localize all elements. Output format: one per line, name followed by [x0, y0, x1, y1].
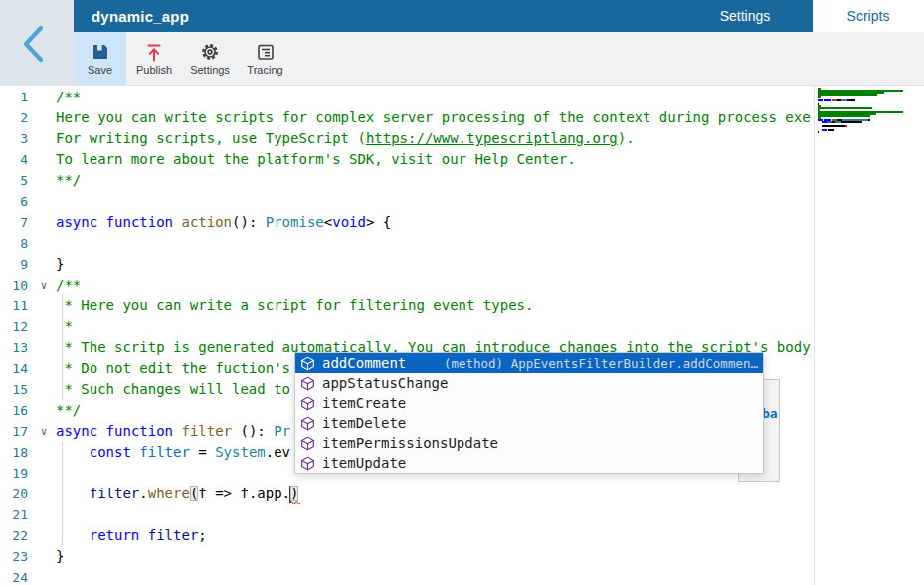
code-line[interactable]: For writing scripts, use TypeScript (htt… [56, 128, 635, 149]
bracket-match-highlight: ( [190, 486, 198, 501]
code-line[interactable]: * Here you can write a script for filter… [56, 295, 533, 316]
minimap-segment [818, 96, 821, 98]
code-line[interactable]: * [56, 316, 73, 337]
line-number[interactable]: 13 [0, 337, 28, 358]
suggest-item[interactable]: addComment(method) AppEventsFilterBuilde… [295, 353, 763, 373]
tab-scripts[interactable]: Scripts [813, 0, 924, 32]
code-token: < [324, 214, 332, 230]
code-token: ; [198, 527, 206, 543]
code-line[interactable]: } [56, 546, 64, 567]
settings-button-label: Settings [190, 64, 230, 76]
suggest-item[interactable]: itemPermissionsUpdate [295, 433, 763, 453]
code-token [97, 423, 105, 439]
line-number[interactable]: 17 [0, 421, 28, 442]
suggest-item[interactable]: appStatusChange [295, 373, 763, 393]
suggest-popup: addComment(method) AppEventsFilterBuilde… [294, 352, 764, 474]
line-number[interactable]: 11 [0, 295, 28, 316]
code-token: Pr [274, 423, 290, 439]
fold-toggle-icon[interactable]: ∨ [36, 421, 52, 442]
code-token: = [190, 444, 215, 460]
line-number[interactable]: 6 [0, 191, 28, 212]
line-number[interactable]: 3 [0, 128, 28, 149]
line-number[interactable]: 14 [0, 358, 28, 379]
code-token: To learn more about the platform's SDK, … [56, 151, 576, 167]
tab-settings[interactable]: Settings [684, 0, 806, 32]
code-line[interactable]: const filter = System.ev [56, 442, 290, 463]
method-icon [300, 436, 315, 451]
line-number[interactable]: 1 [0, 87, 28, 107]
minimap-error-marker [845, 125, 848, 127]
save-button[interactable]: Save [74, 32, 126, 85]
save-button-label: Save [88, 64, 112, 76]
settings-button[interactable]: Settings [182, 32, 238, 85]
minimap-segment [818, 115, 870, 117]
code-token: async [56, 214, 97, 230]
suggest-item-label: itemUpdate [322, 455, 406, 471]
toolbar: Save Publish Settings [74, 32, 924, 86]
save-icon [91, 42, 110, 62]
suggest-item-label: itemDelete [322, 415, 406, 431]
line-number[interactable]: 7 [0, 212, 28, 233]
line-number[interactable]: 12 [0, 316, 28, 337]
fold-toggle-icon[interactable]: ∨ [36, 275, 52, 295]
code-line[interactable]: async function filter (): Pr [56, 421, 290, 442]
code-line[interactable]: * Do not edit the fuction's [56, 358, 290, 379]
code-line[interactable]: **/ [56, 400, 81, 421]
code-line[interactable]: Here you can write scripts for complex s… [56, 107, 811, 128]
code-line[interactable]: async function action(): Promise<void> { [56, 212, 391, 233]
code-token: Promise [266, 214, 324, 230]
line-number[interactable]: 9 [0, 254, 28, 275]
code-token: /** [56, 277, 81, 292]
code-line[interactable]: * Such changes will lead to [56, 379, 290, 400]
line-number[interactable]: 15 [0, 379, 28, 400]
back-button[interactable] [14, 21, 54, 67]
code-token: **/ [56, 402, 81, 418]
suggest-item[interactable]: itemUpdate [295, 453, 763, 473]
line-number[interactable]: 21 [0, 504, 28, 525]
code-token: filter [148, 527, 199, 543]
code-token: const [90, 444, 131, 460]
line-number[interactable]: 2 [0, 107, 28, 128]
line-number[interactable]: 4 [0, 149, 28, 170]
code-token: > { [366, 214, 391, 230]
suggest-item[interactable]: itemDelete [295, 413, 763, 433]
line-number[interactable]: 5 [0, 170, 28, 191]
sidebar [0, 0, 74, 86]
code-token: filter [139, 444, 190, 460]
tracing-button[interactable]: Tracing [238, 32, 292, 85]
code-line[interactable]: **/ [56, 170, 81, 191]
code-token: (): [232, 214, 266, 230]
method-icon [300, 456, 315, 471]
minimap-segment [868, 119, 870, 121]
code-token: filter [181, 423, 232, 439]
line-number[interactable]: 10 [0, 275, 28, 295]
code-editor[interactable]: 1/**2Here you can write scripts for comp… [0, 86, 814, 585]
minimap-segment [847, 99, 855, 101]
code-line[interactable]: filter.where(f => f.app.) [56, 484, 298, 504]
code-token: System [215, 444, 266, 460]
line-number[interactable]: 18 [0, 442, 28, 463]
code-line[interactable]: /** [56, 275, 81, 295]
line-number[interactable]: 22 [0, 525, 28, 546]
line-number[interactable]: 8 [0, 233, 28, 254]
minimap-segment [841, 99, 848, 101]
line-number[interactable]: 24 [0, 567, 28, 585]
line-number[interactable]: 16 [0, 400, 28, 421]
minimap-segment [841, 121, 862, 123]
code-token: (): [232, 423, 274, 439]
app-root: dynamic_app Settings Scripts Save Publis… [0, 0, 924, 585]
minimap-line [818, 133, 924, 135]
code-line[interactable]: } [56, 254, 64, 275]
minimap[interactable] [818, 88, 924, 147]
suggest-item[interactable]: itemCreate [295, 393, 763, 413]
code-line[interactable]: return filter; [56, 525, 207, 546]
minimap-segment [818, 131, 819, 133]
minimap-segment [822, 125, 845, 127]
line-number[interactable]: 20 [0, 484, 28, 504]
code-line[interactable]: To learn more about the platform's SDK, … [56, 149, 576, 170]
code-line[interactable]: /** [56, 87, 81, 107]
line-number[interactable]: 23 [0, 546, 28, 567]
publish-button[interactable]: Publish [126, 32, 182, 85]
code-token: .ev [266, 444, 290, 460]
line-number[interactable]: 19 [0, 463, 28, 484]
